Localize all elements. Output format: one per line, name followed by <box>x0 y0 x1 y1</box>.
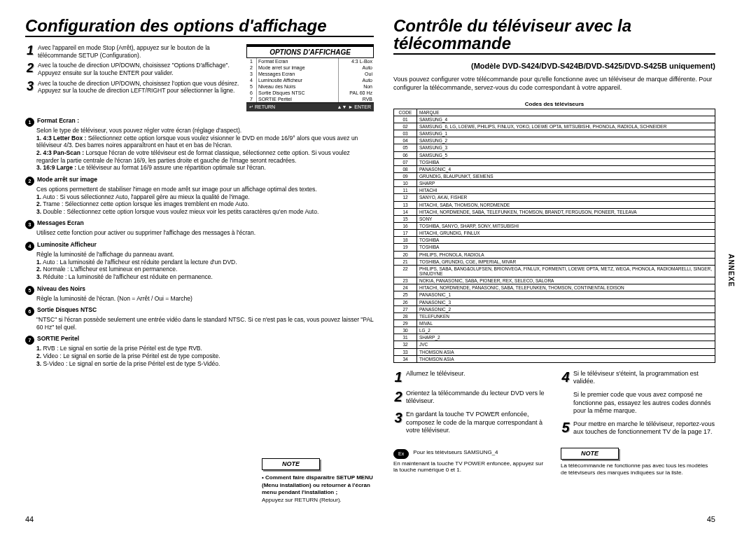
code-row: 20PHILIPS, PHONOLA, RADIOLA <box>394 251 715 258</box>
panel-row: 1Format Ecran4:3 L-Box <box>246 58 374 64</box>
code-row: 15SONY <box>394 215 715 222</box>
step-2-number: 2 <box>25 62 35 76</box>
code-row: 29MIVAL <box>394 319 715 327</box>
code-row: 28TELEFUNKEN <box>394 312 715 319</box>
code-row: 32JVC <box>394 341 715 348</box>
code-row: 25PANASONIC_1 <box>394 291 715 298</box>
code-row: 27PANASONIC_2 <box>394 305 715 312</box>
model-line: (Modèle DVD-S424/DVD-S424B/DVD-S425/DVD-… <box>393 62 715 70</box>
note-body: • Comment faire disparaître SETUP MENU (… <box>262 474 373 495</box>
remote-step: 2Orientez la télécommande du lecteur DVD… <box>393 390 548 406</box>
code-row: 01SAMSUNG_4 <box>394 116 715 123</box>
panel-row: 4Luminosite AfficheurAuto <box>246 77 374 83</box>
code-row: 30LG_2 <box>394 327 715 334</box>
remote-steps-right: 4Si le téléviseur s'éteint, la programma… <box>561 370 715 442</box>
option-detail: 5Niveau des NoirsRègle la luminosité de … <box>25 285 374 303</box>
section-title-right: Contrôle du téléviseur avec la télécomma… <box>393 17 715 55</box>
panel-return: ↵ RETURN <box>249 104 275 110</box>
remote-step: 5Pour mettre en marche le téléviseur, re… <box>561 420 715 437</box>
panel-row: 6Sortie Disques NTSCPAL 60 Hz <box>246 90 374 96</box>
ex-text-1: Pour les téléviseurs SAMSUNG_4 <box>413 449 498 459</box>
code-row: 05SAMSUNG_3 <box>394 144 715 151</box>
code-row: 13HITACHI, SABA, THOMSON, NORDMENDE <box>394 201 715 208</box>
code-row: 18TOSHIBA <box>394 237 715 244</box>
code-row: 34THOMSON ASIA <box>394 355 715 362</box>
page-44: Configuration des options d'affichage 1A… <box>25 17 374 523</box>
col-brand: MARQUE <box>417 109 715 116</box>
step-1-number: 1 <box>25 44 35 59</box>
note-label: NOTE <box>262 458 320 471</box>
section-title-left: Configuration des options d'affichage <box>25 17 374 37</box>
col-code: CODE <box>394 109 417 116</box>
option-detail: 2Mode arrêt sur imageCes options permett… <box>25 176 374 216</box>
code-row: 16TOSHIBA, SANYO, SHARP, SONY, MITSUBISH… <box>394 223 715 230</box>
code-row: 10SHARP <box>394 180 715 187</box>
codes-title: Codes des téléviseurs <box>393 101 715 107</box>
example-row: Ex Pour les téléviseurs SAMSUNG_4 <box>393 449 548 459</box>
code-row: 33THOMSON ASIA <box>394 348 715 355</box>
ex-text-2: En maintenant la touche TV POWER enfoncé… <box>393 460 548 473</box>
note-label-right: NOTE <box>561 448 619 460</box>
page-number-45: 45 <box>707 515 715 523</box>
panel-row: 7SORTIE PeritelRVB <box>246 96 374 102</box>
step-3-number: 3 <box>25 80 35 95</box>
code-row: 09GRUNDIG, BLAUPUNKT, SIEMENS <box>394 173 715 180</box>
code-row: 17HITACHI, GRUNDIG, FINLUX <box>394 230 715 237</box>
code-row: 23NOKIA, PANASONIC, SABA, PIONEER, REX, … <box>394 277 715 284</box>
options-details: 1Format Ecran :Selon le type de télévise… <box>25 117 374 371</box>
step-3-text: Avec la touche de direction UP/DOWN, cho… <box>38 80 239 95</box>
note-tail: Appuyez sur RETURN (Retour). <box>262 497 342 503</box>
option-detail: 3Messages EcranUtilisez cette fonction p… <box>25 219 374 237</box>
options-panel-title: OPTIONS D'AFFICHAGE <box>246 44 374 58</box>
ex-badge: Ex <box>393 449 409 459</box>
code-row: 04SAMSUNG_2 <box>394 137 715 144</box>
code-row: 14HITACHI, NORDMENDE, SABA, TELEFUNKEN, … <box>394 208 715 215</box>
step-1-text: Avec l'appareil en mode Stop (Arrêt), ap… <box>38 44 239 59</box>
code-row: 07TOSHIBA <box>394 158 715 165</box>
panel-nav-icon: ▲▼ ► ENTER <box>337 104 371 110</box>
remote-step: 4Si le téléviseur s'éteint, la programma… <box>561 370 715 386</box>
right-note-body: La télécommande ne fonctionne pas avec t… <box>561 462 715 476</box>
option-detail: 7SORTIE Peritel1. RVB : Le signal en sor… <box>25 335 374 367</box>
step-2-text: Avec la touche de direction UP/DOWN, cho… <box>38 62 239 76</box>
page-45: Contrôle du téléviseur avec la télécomma… <box>393 17 715 523</box>
annexe-tab: ANNEXE <box>727 254 735 287</box>
panel-row: 2Mode arret sur imageAuto <box>246 64 374 71</box>
option-detail: 1Format Ecran :Selon le type de télévise… <box>25 117 374 172</box>
remote-step: 1Allumez le téléviseur. <box>393 370 548 384</box>
code-row: 11HITACHI <box>394 187 715 194</box>
right-note: NOTE La télécommande ne fonctionne pas a… <box>561 445 715 476</box>
code-row: 26PANASONIC_3 <box>394 298 715 305</box>
options-panel: OPTIONS D'AFFICHAGE 1Format Ecran4:3 L-B… <box>246 44 374 111</box>
code-row: 31SHARP_2 <box>394 334 715 341</box>
remote-step: Si le premier code que vous avez composé… <box>561 391 715 415</box>
code-row: 21TOSHIBA, GRUNDIG, CGE, IMPERIAL, MIVAR <box>394 258 715 265</box>
left-note: NOTE • Comment faire disparaître SETUP M… <box>262 455 374 504</box>
option-detail: 6Sortie Disques NTSC"NTSC" si l'écran po… <box>25 306 374 331</box>
code-row: 24HITACHI, NORDMENDE, PANASONIC, SABA, T… <box>394 284 715 291</box>
setup-steps: 1Avec l'appareil en mode Stop (Arrêt), a… <box>25 44 239 111</box>
intro-text: Vous pouvez configurer votre télécommand… <box>393 76 715 92</box>
remote-steps-left: 1Allumez le téléviseur.2Orientez la télé… <box>393 370 548 442</box>
code-row: 08PANASONIC_4 <box>394 165 715 172</box>
option-detail: 4Luminosite AfficheurRègle la luminosité… <box>25 241 374 281</box>
remote-step: 3En gardant la touche TV POWER enfoncée,… <box>393 411 548 434</box>
code-row: 12SANYO, AKAI, FISHER <box>394 194 715 201</box>
panel-row: 3Messages EcranOui <box>246 71 374 77</box>
code-row: 19TOSHIBA <box>394 244 715 251</box>
panel-row: 5Niveau des NoirsNon <box>246 83 374 90</box>
code-row: 02SAMSUNG_6, LG, LOEWE, PHILIPS, FINLUX,… <box>394 123 715 130</box>
code-row: 03SAMSUNG_1 <box>394 130 715 137</box>
options-table: 1Format Ecran4:3 L-Box2Mode arret sur im… <box>246 58 374 102</box>
code-row: 06SAMSUNG_5 <box>394 151 715 158</box>
code-row: 22PHILIPS, SABA, BANG&OLUFSEN, BRIONVEGA… <box>394 265 715 277</box>
page-number-44: 44 <box>25 515 34 523</box>
codes-table: CODEMARQUE 01SAMSUNG_402SAMSUNG_6, LG, L… <box>393 109 715 363</box>
document-spread: Configuration des options d'affichage 1A… <box>0 0 756 536</box>
